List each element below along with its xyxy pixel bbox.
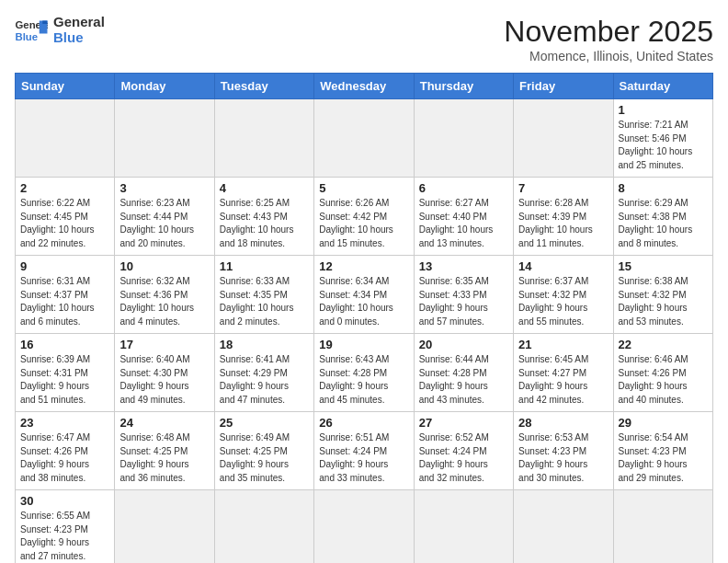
- day-number: 29: [619, 416, 708, 430]
- day-info: Sunrise: 6:54 AM Sunset: 4:23 PM Dayligh…: [619, 431, 708, 485]
- day-info: Sunrise: 6:26 AM Sunset: 4:42 PM Dayligh…: [319, 197, 408, 250]
- calendar-cell: 29Sunrise: 6:54 AM Sunset: 4:23 PM Dayli…: [613, 412, 712, 490]
- day-number: 27: [419, 416, 508, 430]
- calendar-cell: [613, 490, 712, 564]
- calendar-cell: 4Sunrise: 6:25 AM Sunset: 4:43 PM Daylig…: [214, 178, 313, 256]
- calendar-cell: [314, 99, 414, 178]
- day-info: Sunrise: 6:46 AM Sunset: 4:26 PM Dayligh…: [619, 353, 708, 407]
- day-info: Sunrise: 6:22 AM Sunset: 4:45 PM Dayligh…: [20, 197, 109, 250]
- day-info: Sunrise: 6:40 AM Sunset: 4:30 PM Dayligh…: [119, 353, 209, 407]
- calendar-cell: 1Sunrise: 7:21 AM Sunset: 5:46 PM Daylig…: [613, 99, 712, 178]
- calendar-cell: [414, 99, 513, 178]
- calendar-cell: 17Sunrise: 6:40 AM Sunset: 4:30 PM Dayli…: [115, 334, 214, 412]
- header-monday: Monday: [115, 74, 214, 99]
- day-info: Sunrise: 6:48 AM Sunset: 4:25 PM Dayligh…: [119, 431, 209, 485]
- header-wednesday: Wednesday: [314, 74, 414, 99]
- day-number: 11: [220, 259, 309, 273]
- header-thursday: Thursday: [414, 74, 513, 99]
- day-number: 13: [419, 259, 508, 273]
- day-info: Sunrise: 6:35 AM Sunset: 4:33 PM Dayligh…: [419, 275, 508, 328]
- calendar-cell: 27Sunrise: 6:52 AM Sunset: 4:24 PM Dayli…: [414, 412, 513, 490]
- day-number: 12: [319, 259, 408, 273]
- calendar-cell: 18Sunrise: 6:41 AM Sunset: 4:29 PM Dayli…: [214, 334, 313, 412]
- calendar-cell: [16, 99, 115, 178]
- calendar-subtitle: Momence, Illinois, United States: [504, 49, 713, 63]
- week-row-2: 2Sunrise: 6:22 AM Sunset: 4:45 PM Daylig…: [16, 178, 713, 256]
- day-info: Sunrise: 6:28 AM Sunset: 4:39 PM Dayligh…: [518, 197, 608, 250]
- day-info: Sunrise: 6:47 AM Sunset: 4:26 PM Dayligh…: [20, 431, 109, 485]
- calendar-cell: 10Sunrise: 6:32 AM Sunset: 4:36 PM Dayli…: [115, 256, 214, 334]
- day-number: 5: [319, 181, 408, 195]
- week-row-1: 1Sunrise: 7:21 AM Sunset: 5:46 PM Daylig…: [16, 99, 713, 178]
- calendar-cell: [514, 99, 613, 178]
- logo-icon: General Blue: [15, 17, 48, 43]
- week-row-5: 23Sunrise: 6:47 AM Sunset: 4:26 PM Dayli…: [16, 412, 713, 490]
- calendar-cell: 13Sunrise: 6:35 AM Sunset: 4:33 PM Dayli…: [414, 256, 513, 334]
- day-number: 22: [619, 338, 708, 351]
- calendar-cell: 20Sunrise: 6:44 AM Sunset: 4:28 PM Dayli…: [414, 334, 513, 412]
- day-info: Sunrise: 6:45 AM Sunset: 4:27 PM Dayligh…: [518, 353, 608, 407]
- logo: General Blue General Blue: [15, 15, 105, 45]
- header-saturday: Saturday: [613, 74, 712, 99]
- day-info: Sunrise: 6:23 AM Sunset: 4:44 PM Dayligh…: [119, 197, 209, 250]
- day-number: 1: [619, 103, 708, 117]
- calendar-cell: 16Sunrise: 6:39 AM Sunset: 4:31 PM Dayli…: [16, 334, 115, 412]
- calendar-cell: 7Sunrise: 6:28 AM Sunset: 4:39 PM Daylig…: [514, 178, 613, 256]
- logo-line2: Blue: [53, 30, 105, 46]
- week-row-3: 9Sunrise: 6:31 AM Sunset: 4:37 PM Daylig…: [16, 256, 713, 334]
- calendar-cell: 22Sunrise: 6:46 AM Sunset: 4:26 PM Dayli…: [613, 334, 712, 412]
- title-block: November 2025 Momence, Illinois, United …: [504, 15, 713, 63]
- day-info: Sunrise: 6:29 AM Sunset: 4:38 PM Dayligh…: [619, 197, 708, 250]
- calendar-cell: 5Sunrise: 6:26 AM Sunset: 4:42 PM Daylig…: [314, 178, 414, 256]
- calendar-cell: 30Sunrise: 6:55 AM Sunset: 4:23 PM Dayli…: [16, 490, 115, 564]
- day-number: 10: [119, 259, 209, 273]
- day-number: 14: [518, 259, 608, 273]
- calendar-table: SundayMondayTuesdayWednesdayThursdayFrid…: [15, 73, 713, 563]
- day-info: Sunrise: 6:39 AM Sunset: 4:31 PM Dayligh…: [20, 353, 109, 407]
- day-number: 15: [619, 259, 708, 273]
- day-info: Sunrise: 7:21 AM Sunset: 5:46 PM Dayligh…: [619, 119, 708, 172]
- calendar-cell: 25Sunrise: 6:49 AM Sunset: 4:25 PM Dayli…: [214, 412, 313, 490]
- calendar-cell: 21Sunrise: 6:45 AM Sunset: 4:27 PM Dayli…: [514, 334, 613, 412]
- calendar-cell: 8Sunrise: 6:29 AM Sunset: 4:38 PM Daylig…: [613, 178, 712, 256]
- day-number: 17: [119, 338, 209, 351]
- day-number: 2: [20, 181, 109, 195]
- day-info: Sunrise: 6:38 AM Sunset: 4:32 PM Dayligh…: [619, 275, 708, 328]
- day-number: 8: [619, 181, 708, 195]
- calendar-cell: [115, 99, 214, 178]
- day-number: 19: [319, 338, 408, 351]
- day-info: Sunrise: 6:43 AM Sunset: 4:28 PM Dayligh…: [319, 353, 408, 407]
- logo-line1: General: [53, 15, 105, 30]
- header-tuesday: Tuesday: [214, 74, 313, 99]
- day-info: Sunrise: 6:32 AM Sunset: 4:36 PM Dayligh…: [119, 275, 209, 328]
- day-info: Sunrise: 6:49 AM Sunset: 4:25 PM Dayligh…: [220, 431, 309, 485]
- day-info: Sunrise: 6:55 AM Sunset: 4:23 PM Dayligh…: [20, 510, 109, 563]
- day-number: 3: [119, 181, 209, 195]
- day-number: 16: [20, 338, 109, 351]
- calendar-cell: 15Sunrise: 6:38 AM Sunset: 4:32 PM Dayli…: [613, 256, 712, 334]
- day-number: 25: [220, 416, 309, 430]
- day-info: Sunrise: 6:25 AM Sunset: 4:43 PM Dayligh…: [220, 197, 309, 250]
- calendar-cell: 2Sunrise: 6:22 AM Sunset: 4:45 PM Daylig…: [16, 178, 115, 256]
- calendar-cell: [314, 490, 414, 564]
- day-number: 18: [220, 338, 309, 351]
- calendar-cell: 14Sunrise: 6:37 AM Sunset: 4:32 PM Dayli…: [514, 256, 613, 334]
- day-info: Sunrise: 6:27 AM Sunset: 4:40 PM Dayligh…: [419, 197, 508, 250]
- page-header: General Blue General Blue November 2025 …: [15, 15, 713, 63]
- calendar-cell: 19Sunrise: 6:43 AM Sunset: 4:28 PM Dayli…: [314, 334, 414, 412]
- week-row-6: 30Sunrise: 6:55 AM Sunset: 4:23 PM Dayli…: [16, 490, 713, 564]
- day-number: 21: [518, 338, 608, 351]
- day-number: 28: [518, 416, 608, 430]
- calendar-cell: [115, 490, 214, 564]
- day-info: Sunrise: 6:53 AM Sunset: 4:23 PM Dayligh…: [518, 431, 608, 485]
- day-number: 20: [419, 338, 508, 351]
- header-friday: Friday: [514, 74, 613, 99]
- day-number: 26: [319, 416, 408, 430]
- day-info: Sunrise: 6:52 AM Sunset: 4:24 PM Dayligh…: [419, 431, 508, 485]
- svg-text:Blue: Blue: [16, 30, 39, 41]
- calendar-cell: 9Sunrise: 6:31 AM Sunset: 4:37 PM Daylig…: [16, 256, 115, 334]
- day-info: Sunrise: 6:33 AM Sunset: 4:35 PM Dayligh…: [220, 275, 309, 328]
- calendar-cell: [414, 490, 513, 564]
- calendar-cell: 28Sunrise: 6:53 AM Sunset: 4:23 PM Dayli…: [514, 412, 613, 490]
- calendar-cell: [514, 490, 613, 564]
